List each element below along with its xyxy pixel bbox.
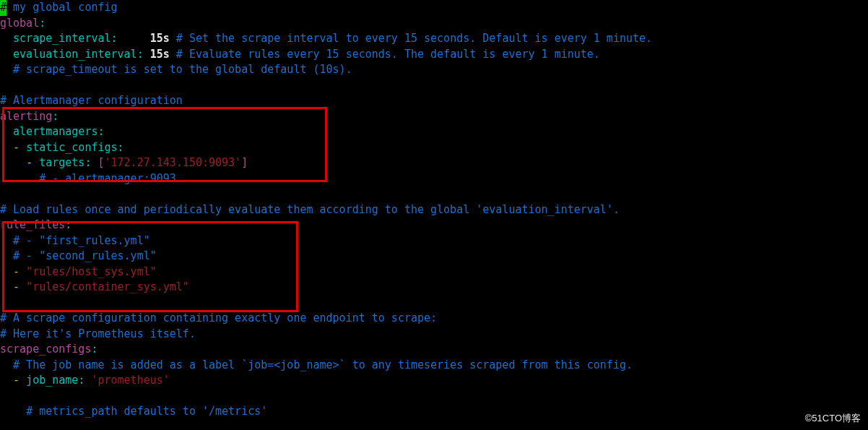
comment-scrape-interval: # Set the scrape interval to every 15 se… (176, 32, 652, 45)
key-evaluation-interval: evaluation_interval (13, 48, 137, 61)
val-target: '172.27.143.150:9093' (105, 156, 242, 169)
comment-metrics-path: # metrics_path defaults to '/metrics' (26, 405, 267, 418)
rule-container-sys: "rules/container_sys.yml" (26, 280, 189, 293)
comment-second-rules: # - "second_rules.yml" (13, 249, 157, 262)
key-scrape-interval: scrape_interval (13, 32, 110, 45)
key-job-name: job_name (26, 374, 78, 387)
yaml-config-view: # my global config global: scrape_interv… (0, 0, 868, 420)
key-global: global (0, 17, 39, 30)
rule-host-sys: "rules/host_sys.yml" (26, 265, 157, 278)
key-alerting: alerting (0, 110, 52, 123)
cursor-block: # (0, 0, 6, 16)
comment-scrape-timeout: # scrape_timeout is set to the global de… (13, 63, 352, 76)
val-evaluation-interval: 15s (150, 48, 170, 61)
key-scrape-configs: scrape_configs (0, 343, 91, 356)
key-targets: targets (39, 156, 84, 169)
key-static-configs: static_configs (26, 141, 117, 154)
val-job-name: 'prometheus' (91, 374, 169, 387)
comment-job-name: # The job name is added as a label `job=… (13, 358, 633, 371)
comment-alertmanager: # Alertmanager configuration (0, 94, 183, 107)
val-scrape-interval: 15s (150, 32, 170, 45)
key-alertmanagers: alertmanagers (13, 125, 97, 138)
comment-scrape-cfg-1: # A scrape configuration containing exac… (0, 311, 437, 324)
comment-am-default: # - alertmanager:9093 (39, 172, 176, 185)
comment-load-rules: # Load rules once and periodically evalu… (0, 203, 620, 216)
key-rule-files: rule_files (0, 218, 65, 231)
comment-global: my global config (6, 1, 118, 14)
comment-evaluation-interval: # Evaluate rules every 15 seconds. The d… (176, 48, 600, 61)
comment-scrape-cfg-2: # Here it's Prometheus itself. (0, 327, 196, 340)
comment-first-rules: # - "first_rules.yml" (13, 234, 150, 247)
